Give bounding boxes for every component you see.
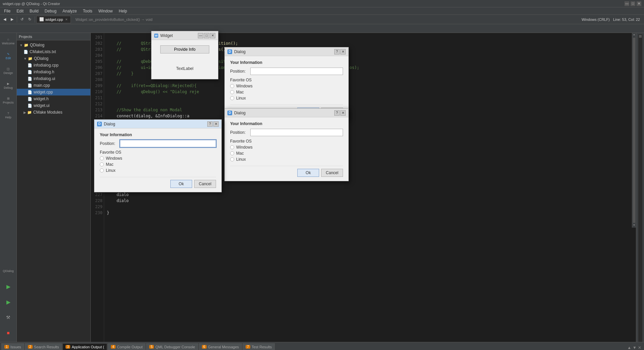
- dialog-tr-radio-linux-btn[interactable]: [230, 96, 234, 100]
- output-collapse-btn[interactable]: ▼: [633, 345, 637, 350]
- toolbar-history2[interactable]: ↻: [26, 16, 33, 23]
- dialog-tr-position-input[interactable]: [250, 68, 343, 75]
- sidebar-run[interactable]: ▶: [1, 279, 15, 294]
- dialog-tr-radio-win-btn[interactable]: [230, 84, 234, 88]
- project-tree[interactable]: ▼ 📁 QDialog 📄 CMakeLists.txt ▼ 📁 QDialog…: [17, 40, 90, 342]
- tree-item-main-cpp[interactable]: 📄 main.cpp: [17, 82, 90, 89]
- tab-app-output[interactable]: 3 Application Output (: [62, 343, 107, 350]
- dialog-br-radio-mac-btn[interactable]: [230, 151, 234, 155]
- dialog-br-radio-linux[interactable]: Linux: [230, 157, 343, 162]
- provide-info-button[interactable]: Provide Info: [160, 45, 209, 53]
- dialog-tr-radio-windows[interactable]: Windows: [230, 84, 343, 88]
- sidebar-build-btn[interactable]: ⚒: [1, 310, 15, 324]
- dialog-tr-help-btn[interactable]: ?: [334, 49, 340, 54]
- tab-test[interactable]: 7 Test Results: [243, 343, 275, 350]
- dialog-center-position-input[interactable]: [120, 140, 216, 147]
- tab-general[interactable]: 6 General Messages: [199, 343, 242, 350]
- menu-edit[interactable]: Edit: [14, 8, 26, 14]
- tree-item-qdialog-sub[interactable]: ▼ 📁 QDialog: [17, 55, 90, 62]
- dialog-center-radio-mac[interactable]: Mac: [100, 162, 216, 167]
- tab-search-results[interactable]: 2 Search Results: [25, 343, 62, 350]
- menu-debug[interactable]: Debug: [42, 8, 59, 14]
- toolbar-nav-fwd[interactable]: ▶: [9, 16, 15, 23]
- dialog-br-position-input[interactable]: [250, 129, 343, 136]
- tree-label-infodialog-ui: infodialog.ui: [34, 76, 55, 81]
- dialog-br-close-btn[interactable]: ✕: [340, 110, 346, 116]
- maximize-button[interactable]: □: [631, 1, 635, 6]
- sidebar-projects[interactable]: ⊞ Projects: [1, 93, 15, 108]
- sidebar-design[interactable]: ◫ Design: [1, 64, 15, 78]
- dialog-br-radio-linux-btn[interactable]: [230, 157, 234, 161]
- dialog-center-radio-windows[interactable]: Windows: [100, 156, 216, 161]
- tab-qml[interactable]: 5 QML Debugger Console: [146, 343, 198, 350]
- editor-scrollbar[interactable]: ▲ ▼: [632, 33, 636, 228]
- menu-build[interactable]: Build: [27, 8, 41, 14]
- tab-qml-label: QML Debugger Console: [155, 345, 195, 349]
- tree-item-widget-ui[interactable]: 📄 widget.ui: [17, 102, 90, 109]
- dialog-center-radio-mac-btn[interactable]: [100, 162, 104, 166]
- right-scroll-thumb[interactable]: [639, 35, 642, 38]
- tree-item-infodialog-h[interactable]: 📄 infodialog.h: [17, 69, 90, 75]
- toolbar-nav-back[interactable]: ◀: [1, 16, 8, 23]
- close-button[interactable]: ✕: [637, 1, 641, 6]
- widget-close-btn[interactable]: ✕: [210, 33, 215, 38]
- dialog-center-cancel-btn[interactable]: Cancel: [194, 180, 216, 188]
- scroll-down-arrow[interactable]: ▼: [632, 224, 636, 228]
- tree-item-widget-cpp[interactable]: 📄 widget.cpp: [17, 89, 90, 95]
- menu-tools[interactable]: Tools: [80, 8, 95, 14]
- project-header: Projects: [17, 33, 90, 40]
- sidebar-run-debug-btn[interactable]: ▶: [1, 295, 15, 309]
- tab-compile[interactable]: 4 Compile Output: [108, 343, 145, 350]
- tree-item-widget-h[interactable]: 📄 widget.h: [17, 95, 90, 102]
- dialog-tr-radio-mac-btn[interactable]: [230, 90, 234, 94]
- tree-arrow-qdialog: ▼: [19, 43, 23, 47]
- sidebar-debug[interactable]: ▶ Debug: [1, 79, 15, 93]
- tree-item-cmake-modules[interactable]: ▶ 📁 CMake Modules: [17, 109, 90, 116]
- menu-analyze[interactable]: Analyze: [60, 8, 80, 14]
- dialog-center-radio-linux[interactable]: Linux: [100, 168, 216, 173]
- tab-close-icon[interactable]: ✕: [65, 18, 68, 21]
- dialog-br-radio-win-btn[interactable]: [230, 145, 234, 149]
- sidebar-help[interactable]: ? Help: [1, 108, 15, 122]
- output-close-panel-btn[interactable]: ✕: [638, 345, 641, 350]
- tree-item-infodialog-cpp[interactable]: 📄 infodialog.cpp: [17, 62, 90, 69]
- dialog-center-close-btn[interactable]: ✕: [213, 121, 219, 127]
- sidebar-welcome[interactable]: ⌂ Welcome: [1, 34, 15, 48]
- toolbar-history[interactable]: ↺: [18, 16, 26, 23]
- widget-cpp-icon: 📄: [28, 90, 32, 94]
- sidebar-qdialog[interactable]: QDialog: [1, 264, 15, 278]
- dialog-tr-close-btn[interactable]: ✕: [340, 49, 346, 54]
- scroll-up-arrow[interactable]: ▲: [632, 33, 636, 37]
- menu-help[interactable]: Help: [116, 8, 130, 14]
- dialog-tr-radio-mac[interactable]: Mac: [230, 90, 343, 94]
- sidebar-edit[interactable]: ✎ Edit: [1, 49, 15, 63]
- stop-icon: ■: [7, 330, 9, 336]
- tree-item-cmakelists[interactable]: 📄 CMakeLists.txt: [17, 48, 90, 55]
- dialog-tr-radio-linux[interactable]: Linux: [230, 96, 343, 101]
- dialog-br-ok-btn[interactable]: Ok: [297, 169, 319, 177]
- title-bar: widget.cpp @ QDialog - Qt Creator — □ ✕: [0, 0, 644, 7]
- project-panel: Projects ▼ 📁 QDialog 📄 CMakeLists.txt ▼ …: [17, 33, 91, 342]
- dialog-center-radio-linux-btn[interactable]: [100, 168, 104, 172]
- scroll-thumb[interactable]: [633, 38, 635, 223]
- help-label: Help: [5, 116, 11, 119]
- output-expand-btn[interactable]: ▲: [627, 345, 631, 350]
- menu-file[interactable]: File: [1, 8, 13, 14]
- tree-item-infodialog-ui[interactable]: 📄 infodialog.ui: [17, 75, 90, 82]
- widget-minimize-btn[interactable]: —: [198, 33, 203, 38]
- dialog-br-cancel-btn[interactable]: Cancel: [321, 169, 343, 177]
- dialog-br-help-btn[interactable]: ?: [334, 110, 340, 116]
- tree-item-qdialog-root[interactable]: ▼ 📁 QDialog: [17, 42, 90, 48]
- widget-maximize-btn[interactable]: □: [204, 33, 209, 38]
- minimize-button[interactable]: —: [625, 1, 629, 6]
- menu-window[interactable]: Window: [96, 8, 116, 14]
- dialog-br-radio-mac[interactable]: Mac: [230, 151, 343, 156]
- tab-issues[interactable]: 1 Issues: [1, 343, 24, 350]
- editor-tab-widget-cpp[interactable]: ⬜ widget.cpp ✕: [36, 16, 71, 23]
- dialog-center-ok-btn[interactable]: Ok: [170, 180, 192, 188]
- dialog-center-help-btn[interactable]: ?: [207, 121, 213, 127]
- dialog-br-radio-windows[interactable]: Windows: [230, 145, 343, 150]
- dialog-br-position-label: Position:: [230, 130, 248, 135]
- dialog-center-radio-win-btn[interactable]: [100, 156, 104, 160]
- sidebar-stop-btn[interactable]: ■: [1, 326, 15, 340]
